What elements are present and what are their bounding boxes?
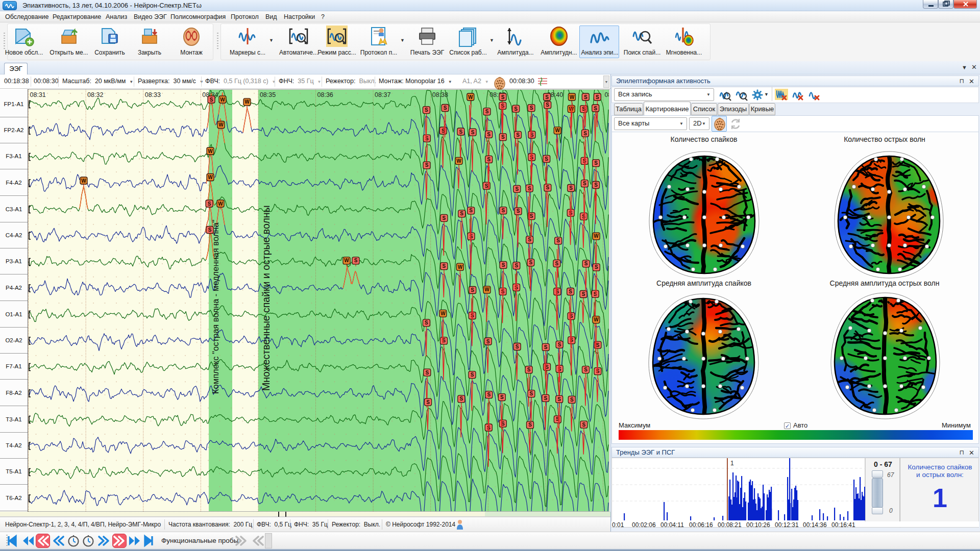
svg-text:1: 1 <box>730 460 734 467</box>
